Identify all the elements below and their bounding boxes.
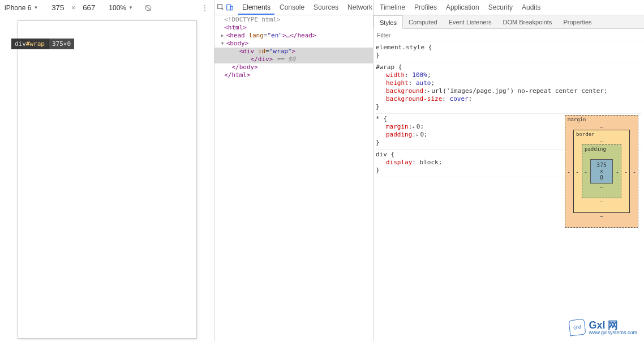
device-toolbar: iPhone 6 × 100% ⋮ <box>0 0 214 15</box>
tab-sources[interactable]: Sources <box>310 0 342 15</box>
device-select[interactable]: iPhone 6 <box>5 4 38 12</box>
styles-pane: Timeline Profiles Application Security A… <box>373 0 644 341</box>
dimension-separator: × <box>71 4 75 12</box>
device-height-input[interactable] <box>80 3 97 12</box>
device-frame[interactable] <box>18 21 196 338</box>
css-rule[interactable]: element.style { } <box>376 42 642 62</box>
device-mode-icon[interactable] <box>226 2 234 13</box>
device-width-input[interactable] <box>49 3 66 12</box>
tab-elements[interactable]: Elements <box>238 0 274 15</box>
devtools-tabbar-overflow: Timeline Profiles Application Security A… <box>373 0 644 15</box>
device-viewport-area <box>0 15 214 341</box>
styles-tab-styles[interactable]: Styles <box>373 15 403 29</box>
tab-application[interactable]: Application <box>442 0 483 15</box>
styles-filter-input[interactable] <box>377 32 641 39</box>
inspect-icon[interactable] <box>217 2 225 13</box>
box-model-content: 375 × 0 <box>590 159 613 184</box>
element-hover-tooltip: div#wrap 375×0 <box>11 39 74 49</box>
tab-audits[interactable]: Audits <box>518 0 544 15</box>
box-model-diagram[interactable]: margin – -- border – -- padding - -- 375… <box>565 115 638 228</box>
rotate-icon[interactable] <box>143 3 153 13</box>
dom-line[interactable]: ▾<body> <box>214 40 373 48</box>
dom-tree[interactable]: <!DOCTYPE html> <html> ▸<head lang="en">… <box>214 15 373 341</box>
device-preview-pane: iPhone 6 × 100% ⋮ div#wrap 375×0 <box>0 0 214 341</box>
devtools-tabbar: Elements Console Sources Network <box>214 0 373 15</box>
styles-tab-dombp[interactable]: DOM Breakpoints <box>497 15 558 28</box>
zoom-select[interactable]: 100% <box>109 4 133 12</box>
hover-dimensions: 375×0 <box>48 39 74 49</box>
dom-line[interactable]: ▸<head lang="en">…</head> <box>214 32 373 40</box>
styles-tab-computed[interactable]: Computed <box>403 15 443 28</box>
tab-timeline[interactable]: Timeline <box>376 0 409 15</box>
app-root: iPhone 6 × 100% ⋮ div#wrap 375×0 <box>0 0 644 341</box>
dom-line[interactable]: <html> <box>214 24 373 32</box>
styles-tab-properties[interactable]: Properties <box>557 15 597 28</box>
kebab-icon[interactable]: ⋮ <box>199 3 209 13</box>
tab-console[interactable]: Console <box>276 0 308 15</box>
dom-line[interactable]: <!DOCTYPE html> <box>214 16 373 24</box>
styles-tabstrip: Styles Computed Event Listeners DOM Brea… <box>373 15 644 29</box>
elements-pane: Elements Console Sources Network <!DOCTY… <box>214 0 373 341</box>
styles-filter-row <box>373 29 644 41</box>
tab-network[interactable]: Network <box>344 0 376 15</box>
dom-line-selected[interactable]: <div id="wrap"> </div> == $0 <box>214 48 373 63</box>
css-rule[interactable]: #wrap { width: 100%; height: auto; backg… <box>376 62 642 114</box>
dom-line[interactable]: </html> <box>214 71 373 79</box>
watermark-logo: Gxl Gxl 网 www.gxlsystems.com <box>569 319 637 335</box>
hover-selector: div#wrap <box>11 39 48 49</box>
shield-icon: Gxl <box>569 319 586 336</box>
tab-profiles[interactable]: Profiles <box>410 0 441 15</box>
styles-tab-listeners[interactable]: Event Listeners <box>443 15 497 28</box>
tab-security[interactable]: Security <box>484 0 517 15</box>
dom-line[interactable]: </body> <box>214 63 373 71</box>
